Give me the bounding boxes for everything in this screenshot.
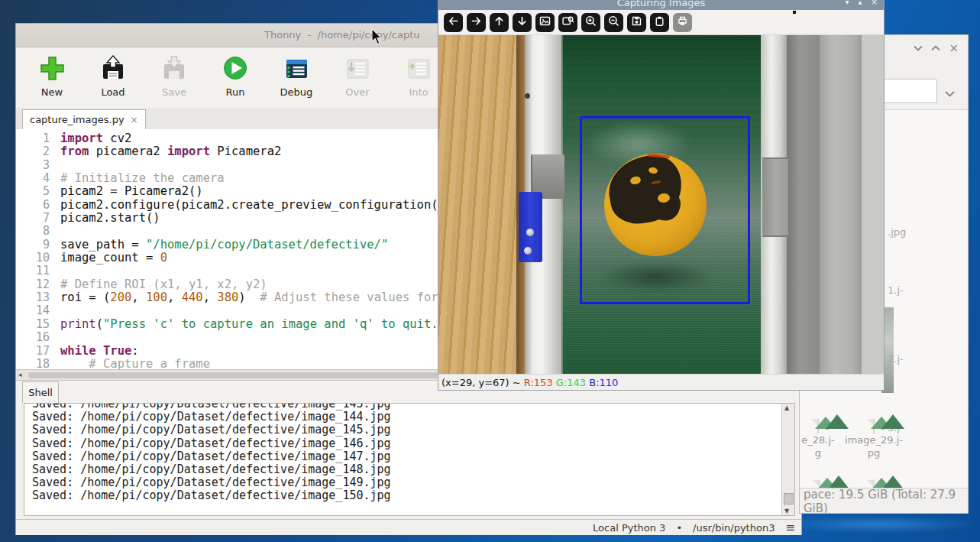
capture-titlebar[interactable]: Capturing Images ▾ ▴ × [438,0,884,10]
code-token: roi = ( [60,291,110,304]
copy-clipboard-icon [653,15,666,31]
fm-disk-space: pace: 19.5 GiB (Total: 27.9 GiB) [804,488,968,514]
toolbar-button-label: Save [162,86,186,98]
code-token: 440 [182,291,203,304]
copy-clipboard-button[interactable] [650,13,669,32]
maximize-icon[interactable]: ▴ [859,0,862,6]
code-token: cv2 [103,132,131,145]
bracket-screw [526,229,534,236]
toolbar-button-label: Debug [280,86,313,98]
over-button: Over [332,54,383,98]
fm-file-item[interactable]: image_29.j-pg [845,419,903,459]
nav-down-button[interactable] [513,13,532,32]
fm-partial-filename[interactable]: 7.j- [888,353,904,365]
right-strip [862,35,884,374]
code-token: import [167,145,210,158]
code-token: "Press 'c' to capture an image and 'q' t… [103,318,445,331]
fm-file-label: pg [868,446,881,459]
code-token: , [131,291,146,304]
fm-file-label: g [815,446,821,459]
thonny-statusbar: Local Python 3 • /usr/bin/python3 ≡ [16,519,801,535]
fm-partial-filename[interactable]: .jpg [888,226,906,238]
image-view-button[interactable] [535,13,555,32]
nav-up-button[interactable] [490,13,509,32]
image-zoom-region-icon [561,15,574,31]
save-image-button[interactable] [627,13,646,32]
green-value: G:143 [556,377,586,388]
code-token: ) [238,291,260,304]
debug-button[interactable]: Debug [271,54,322,98]
vscroll-thumb[interactable] [784,493,794,505]
line-number: 17 [16,345,60,358]
run-button[interactable]: Run [210,54,260,98]
toolbar-artifact [793,11,796,14]
shell-output[interactable]: Saved: /home/pi/copy/Dataset/defective/i… [24,403,795,516]
nav-left-button[interactable] [444,13,463,32]
capture-toolbar [438,10,884,35]
code-token: from [60,145,89,158]
close-icon[interactable]: × [949,41,959,55]
fm-statusbar: pace: 19.5 GiB (Total: 27.9 GiB) [800,488,968,514]
zoom-out-button[interactable] [604,13,623,32]
line-number: 12 [16,278,60,291]
zoom-out-icon [607,15,620,31]
shell-line: Saved: /home/pi/copy/Dataset/defective/i… [32,463,794,476]
new-button[interactable]: New [27,54,77,98]
fm-partial-filename[interactable]: 1.j- [888,284,904,296]
close-icon[interactable]: × [872,0,878,6]
desktop-highlight [779,517,980,532]
hamburger-menu-icon[interactable]: ≡ [785,521,795,534]
capturing-images-window: Capturing Images ▾ ▴ × [438,0,885,391]
code-token: "/home/pi/copy/Dataset/defective/" [146,239,388,252]
shell-line: Saved: /home/pi/copy/Dataset/defective/i… [32,437,794,450]
fm-address-dropdown-icon[interactable] [945,86,955,100]
code-token: import [60,132,103,145]
scroll-left-arrow-icon[interactable]: ◂ [18,371,22,378]
minimize-icon[interactable] [914,45,923,51]
code-token: Picamera2 [210,145,281,158]
statusbar-dot: • [676,522,682,534]
save-icon [160,54,188,82]
code-token: # Define ROI (x1, y1, x2, y2) [60,278,267,291]
scroll-up-arrow-icon[interactable]: ▲ [784,404,789,411]
tab-label: capture_images.py [30,114,125,125]
line-number: 18 [16,358,60,369]
interpreter-name[interactable]: Local Python 3 [593,522,665,534]
fm-file-label: e_28.j- [801,433,834,446]
zoom-in-button[interactable] [581,13,600,32]
image-zoom-region-button[interactable] [558,13,577,32]
tab-capture-images-py[interactable]: capture_images.py × [22,109,146,129]
shell-line: Saved: /home/pi/copy/Dataset/defective/i… [32,489,794,502]
nav-right-button[interactable] [467,13,486,32]
maximize-icon[interactable] [931,45,940,51]
toolbar-button-label: Load [101,86,125,98]
tab-close-icon[interactable]: × [131,115,138,125]
load-button[interactable]: Load [88,54,138,98]
line-number: 1 [16,132,60,145]
print-button [673,13,692,32]
nav-left-icon [447,15,460,31]
code-token: print [60,318,96,331]
code-token: , [167,291,182,304]
run-icon [222,54,249,82]
fm-file-item[interactable]: e_28.j-g [799,419,847,459]
line-number: 8 [16,225,60,238]
load-icon [99,54,127,82]
shell-lines: Saved: /home/pi/copy/Dataset/defective/i… [24,403,794,503]
interpreter-path[interactable]: /usr/bin/python3 [693,522,775,534]
save-button: Save [149,54,199,98]
roi-rectangle [580,116,750,304]
toolbar-button-label: Run [226,86,245,98]
minimize-icon[interactable]: ▾ [846,0,849,6]
shell-line: Saved: /home/pi/copy/Dataset/defective/i… [32,411,794,424]
pixel-coordinates: (x=29, y=67) ~ [441,377,524,388]
code-token: # Adjust these values for [260,291,438,304]
shell-vertical-scrollbar[interactable]: ▲ ▼ [781,404,794,515]
line-number: 11 [16,265,60,277]
line-number: 7 [16,212,60,225]
hscroll-thumb[interactable] [28,372,441,378]
debug-icon [283,54,310,82]
shell-tab[interactable]: Shell [22,381,59,403]
scroll-down-arrow-icon[interactable]: ▼ [784,508,789,514]
camera-preview[interactable] [438,35,884,374]
